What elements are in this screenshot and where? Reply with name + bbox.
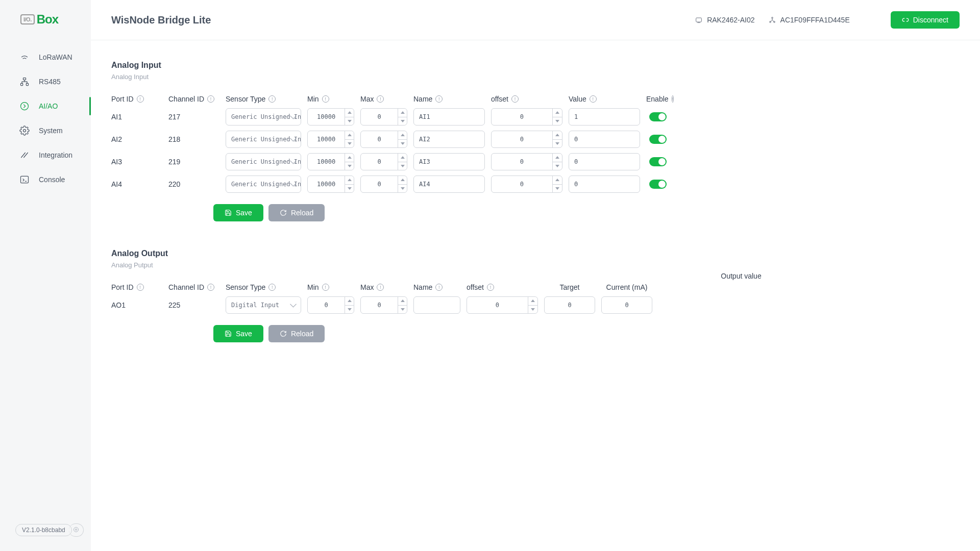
sensor-type-select[interactable]: Generic Unsigned Int… — [226, 108, 301, 126]
min-input[interactable] — [307, 108, 354, 126]
offset-input[interactable] — [491, 108, 562, 126]
name-input[interactable] — [413, 176, 485, 193]
max-input-field[interactable] — [361, 297, 398, 313]
min-input-field[interactable] — [308, 297, 345, 313]
info-icon[interactable]: ! — [207, 95, 214, 103]
offset-input-field[interactable] — [492, 154, 552, 170]
sensor-type-select[interactable]: Generic Unsigned Int… — [226, 176, 301, 193]
stepper-up[interactable] — [553, 154, 562, 162]
sidebar-item-integration[interactable]: Integration — [0, 143, 91, 167]
min-input-field[interactable] — [308, 176, 345, 192]
enable-toggle[interactable] — [649, 112, 667, 121]
save-button[interactable]: Save — [213, 204, 263, 221]
stepper-up[interactable] — [553, 131, 562, 140]
stepper-down[interactable] — [553, 185, 562, 193]
max-input[interactable] — [360, 176, 407, 193]
offset-input-field[interactable] — [492, 131, 552, 147]
value-input[interactable] — [569, 176, 640, 193]
stepper-down[interactable] — [345, 306, 354, 314]
enable-toggle[interactable] — [649, 135, 667, 144]
stepper-up[interactable] — [398, 109, 407, 117]
stepper-up[interactable] — [345, 109, 354, 117]
name-input[interactable] — [413, 108, 485, 126]
sensor-type-select[interactable]: Digital Input — [226, 296, 301, 314]
offset-input[interactable] — [491, 131, 562, 148]
info-icon[interactable]: ! — [268, 284, 276, 291]
info-icon[interactable]: ! — [377, 284, 384, 291]
value-input[interactable] — [569, 153, 640, 170]
stepper-down[interactable] — [345, 162, 354, 170]
min-input[interactable] — [307, 296, 354, 314]
min-input[interactable] — [307, 131, 354, 148]
disconnect-button[interactable]: Disconnect — [891, 11, 960, 29]
info-icon[interactable]: ! — [511, 95, 519, 103]
stepper-up[interactable] — [398, 297, 407, 306]
sidebar-item-rs485[interactable]: RS485 — [0, 69, 91, 94]
stepper-up[interactable] — [398, 176, 407, 185]
save-button[interactable]: Save — [213, 325, 263, 342]
stepper-up[interactable] — [528, 297, 537, 306]
name-input[interactable] — [413, 153, 485, 170]
sensor-type-select[interactable]: Generic Unsigned Int… — [226, 131, 301, 148]
info-icon[interactable]: ! — [137, 284, 144, 291]
sensor-type-select[interactable]: Generic Unsigned Int… — [226, 153, 301, 170]
sidebar-item-lorawan[interactable]: LoRaWAN — [0, 45, 91, 69]
info-icon[interactable]: ! — [435, 284, 443, 291]
stepper-down[interactable] — [553, 162, 562, 170]
stepper-up[interactable] — [398, 131, 407, 140]
sidebar-item-aiao[interactable]: AI/AO — [0, 94, 91, 118]
stepper-up[interactable] — [398, 154, 407, 162]
min-input-field[interactable] — [308, 131, 345, 147]
stepper-up[interactable] — [345, 176, 354, 185]
stepper-down[interactable] — [398, 162, 407, 170]
info-icon[interactable]: ! — [435, 95, 443, 103]
max-input-field[interactable] — [361, 109, 398, 125]
stepper-down[interactable] — [398, 117, 407, 126]
offset-input-field[interactable] — [492, 176, 552, 192]
max-input[interactable] — [360, 296, 407, 314]
name-input[interactable] — [413, 131, 485, 148]
max-input-field[interactable] — [361, 176, 398, 192]
stepper-up[interactable] — [553, 109, 562, 117]
info-icon[interactable]: ! — [322, 95, 329, 103]
min-input-field[interactable] — [308, 109, 345, 125]
stepper-down[interactable] — [398, 140, 407, 148]
stepper-down[interactable] — [553, 117, 562, 126]
min-input[interactable] — [307, 176, 354, 193]
enable-toggle[interactable] — [649, 157, 667, 166]
info-icon[interactable]: ! — [487, 284, 494, 291]
info-icon[interactable]: ! — [590, 95, 597, 103]
max-input[interactable] — [360, 153, 407, 170]
max-input-field[interactable] — [361, 154, 398, 170]
stepper-down[interactable] — [398, 306, 407, 314]
info-icon[interactable]: ! — [268, 95, 276, 103]
info-icon[interactable]: ! — [322, 284, 329, 291]
reload-button[interactable]: Reload — [268, 204, 325, 221]
sidebar-item-console[interactable]: Console — [0, 167, 91, 192]
stepper-down[interactable] — [398, 185, 407, 193]
info-icon[interactable]: ! — [137, 95, 144, 103]
info-icon[interactable]: ! — [672, 95, 674, 103]
offset-input-field[interactable] — [492, 109, 552, 125]
stepper-down[interactable] — [345, 140, 354, 148]
enable-toggle[interactable] — [649, 180, 667, 189]
offset-input[interactable] — [467, 296, 538, 314]
offset-input[interactable] — [491, 153, 562, 170]
offset-input[interactable] — [491, 176, 562, 193]
stepper-down[interactable] — [553, 140, 562, 148]
max-input-field[interactable] — [361, 131, 398, 147]
min-input-field[interactable] — [308, 154, 345, 170]
value-input[interactable] — [569, 108, 640, 126]
stepper-up[interactable] — [553, 176, 562, 185]
version-settings-button[interactable] — [69, 523, 84, 537]
stepper-down[interactable] — [528, 306, 537, 314]
max-input[interactable] — [360, 108, 407, 126]
min-input[interactable] — [307, 153, 354, 170]
name-input[interactable] — [413, 296, 460, 314]
max-input[interactable] — [360, 131, 407, 148]
stepper-down[interactable] — [345, 185, 354, 193]
stepper-down[interactable] — [345, 117, 354, 126]
stepper-up[interactable] — [345, 297, 354, 306]
value-input[interactable] — [569, 131, 640, 148]
reload-button[interactable]: Reload — [268, 325, 325, 342]
